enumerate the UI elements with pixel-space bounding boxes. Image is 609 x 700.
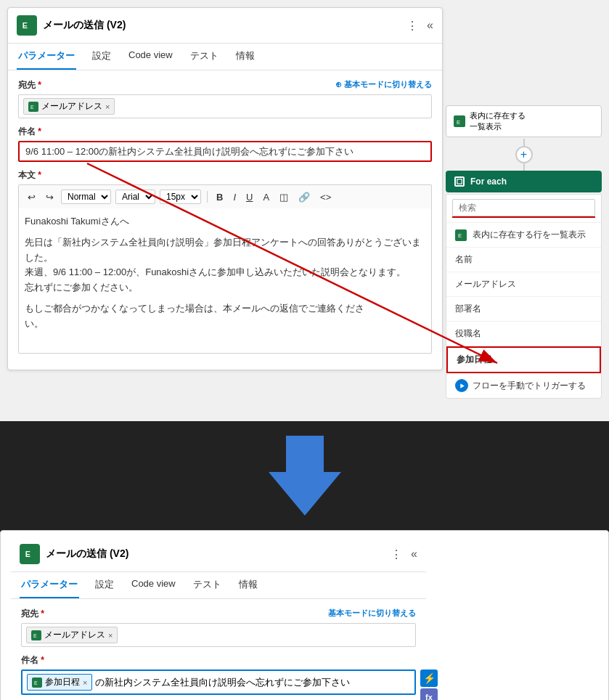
excel-list-item[interactable]: E 表内に存在する行を一覧表示 (446, 223, 601, 248)
tab-parameters[interactable]: パラメーター (17, 44, 76, 70)
svg-text:E: E (25, 550, 30, 558)
underline-btn[interactable]: U (243, 190, 256, 204)
excel-top-node: E 表内に存在する一覧表示 (446, 105, 602, 137)
bottom-to-tag-label: メールアドレス (44, 629, 105, 641)
body-required: * (38, 170, 41, 180)
mode-link[interactable]: 基本モードに切り替える (335, 79, 432, 90)
bottom-collapse-icon[interactable]: « (411, 548, 417, 561)
bottom-tab-test[interactable]: テスト (192, 572, 223, 598)
bottom-tab-settings[interactable]: 設定 (94, 572, 115, 598)
for-each-panel: E 表内に存在する一覧表示 + For each (446, 105, 602, 399)
dynamic-panel: E 表内に存在する行を一覧表示 名前 メールアドレス 部署名 役職名 参加日程 (446, 194, 602, 399)
bottom-tab-info[interactable]: 情報 (237, 572, 259, 598)
bottom-body: 宛先 * 基本モードに切り替える E メールアドレス × (11, 599, 426, 700)
bottom-to-tag: E メールアドレス × (26, 627, 118, 643)
excel-node-label: 表内に存在する一覧表示 (470, 110, 526, 132)
tab-info[interactable]: 情報 (234, 44, 256, 70)
tab-test[interactable]: テスト (189, 44, 220, 70)
redo-btn[interactable]: ↪ (43, 190, 57, 204)
body-field-row: 本文 * ↩ ↪ Normal Arial 1 (18, 169, 432, 354)
code-btn[interactable]: <> (317, 190, 334, 204)
arrow-head (269, 472, 341, 516)
bottom-tab-parameters[interactable]: パラメーター (20, 572, 79, 598)
bold-btn[interactable]: B (213, 190, 226, 204)
body-label: 本文 * (18, 169, 432, 182)
svg-text:E: E (33, 633, 37, 638)
list-item-dept[interactable]: 部署名 (446, 297, 601, 322)
bottom-subject-label: 件名 * (21, 654, 416, 667)
list-item-title[interactable]: 役職名 (446, 322, 601, 346)
to-input[interactable]: E メールアドレス × (18, 94, 432, 118)
bottom-subject-wrapper: E 参加日程 × の新社内システム全社員向け説明会へ忘れずにご参加下さい ⚡ f… (21, 670, 416, 695)
excel-list-label: 表内に存在する行を一覧表示 (473, 229, 586, 241)
for-each-label: For each (470, 176, 507, 187)
fx-btn[interactable]: fx (420, 688, 438, 700)
side-buttons: ⚡ fx (420, 670, 438, 700)
blue-arrow-section (0, 421, 609, 530)
normal-select[interactable]: Normal (61, 190, 111, 204)
bottom-more-icon[interactable]: ⋮ (391, 548, 402, 561)
bottom-to-field: 宛先 * 基本モードに切り替える E メールアドレス × (21, 608, 416, 647)
link-btn[interactable]: 🔗 (295, 190, 313, 204)
rt-body[interactable]: Funakoshi Takumiさんへ 先日は「新社内システム全社員向け説明会」… (18, 208, 432, 354)
svg-text:E: E (23, 21, 28, 30)
plus-connector[interactable]: + (515, 146, 533, 163)
bottom-tag-icon: E (31, 630, 41, 640)
font-color-btn[interactable]: A (260, 190, 272, 204)
subject-required: * (38, 126, 41, 137)
trigger-item[interactable]: フローを手動でトリガーする (446, 373, 601, 398)
bottom-panel-inner: E メールの送信 (V2) ⋮ « パラメーター 設定 Code view テス… (1, 531, 436, 700)
schedule-tag-label: 参加日程 (45, 676, 80, 688)
toolbar-divider1 (207, 191, 208, 203)
subject-suffix: の新社内システム全社員向け説明会へ忘れずにご参加下さい (95, 676, 350, 689)
subject-field-row: 件名 * (18, 126, 432, 162)
search-input[interactable] (452, 199, 595, 216)
required-mark: * (38, 80, 41, 90)
subject-label: 件名 * (18, 126, 432, 138)
lightning-btn[interactable]: ⚡ (420, 670, 438, 687)
top-half: E 表内に存在する一覧表示 + For each (0, 0, 609, 421)
highlight-btn[interactable]: ◫ (277, 190, 291, 204)
svg-rect-1 (457, 179, 462, 184)
size-select[interactable]: 15px (160, 190, 201, 204)
bottom-to-label: 宛先 * 基本モードに切り替える (21, 608, 416, 620)
bottom-app-icon: E (20, 544, 40, 564)
search-container (446, 195, 601, 223)
body-line-2: 先日は「新社内システム全社員向け説明会」参加日程アンケートへの回答ありがとうござ… (25, 235, 425, 296)
svg-text:E: E (30, 105, 34, 110)
bottom-tab-codeview[interactable]: Code view (130, 572, 177, 598)
bottom-subject-input[interactable]: E 参加日程 × の新社内システム全社員向け説明会へ忘れずにご参加下さい (21, 670, 416, 695)
bottom-mode-link[interactable]: 基本モードに切り替える (328, 608, 416, 619)
excel-icon: E (454, 115, 465, 127)
panel-icons: ⋮ « (406, 19, 433, 33)
italic-btn[interactable]: I (230, 190, 239, 204)
bottom-to-tag-close[interactable]: × (108, 631, 113, 640)
tab-codeview[interactable]: Code view (127, 44, 174, 70)
subject-input[interactable] (18, 141, 432, 162)
search-underline (452, 216, 595, 218)
list-item-email[interactable]: メールアドレス (446, 272, 601, 297)
undo-btn[interactable]: ↩ (25, 190, 38, 204)
bottom-panel-title: メールの送信 (V2) (46, 548, 385, 561)
list-item-name[interactable]: 名前 (446, 248, 601, 272)
svg-marker-3 (460, 383, 465, 388)
for-each-icon (454, 176, 465, 187)
more-icon[interactable]: ⋮ (406, 19, 418, 33)
bottom-half: E メールの送信 (V2) ⋮ « パラメーター 設定 Code view テス… (0, 530, 609, 700)
list-item-schedule[interactable]: 参加日程 (446, 346, 601, 373)
tabs: パラメーター 設定 Code view テスト 情報 (8, 44, 442, 70)
blue-arrow-container (269, 436, 341, 516)
svg-text:E: E (458, 232, 462, 239)
to-tag-close[interactable]: × (105, 102, 110, 111)
connector: + (517, 139, 531, 171)
tab-settings[interactable]: 設定 (91, 44, 113, 70)
bottom-tabs: パラメーター 設定 Code view テスト 情報 (11, 572, 426, 599)
schedule-tag-close[interactable]: × (83, 678, 87, 687)
bottom-to-input[interactable]: E メールアドレス × (21, 623, 416, 647)
bottom-panel-header: E メールの送信 (V2) ⋮ « (11, 537, 426, 572)
trigger-icon (455, 379, 468, 392)
collapse-icon[interactable]: « (427, 19, 433, 32)
panel-header: E メールの送信 (V2) ⋮ « (8, 8, 442, 44)
for-each-node: For each (446, 171, 602, 192)
font-select[interactable]: Arial (115, 190, 155, 204)
